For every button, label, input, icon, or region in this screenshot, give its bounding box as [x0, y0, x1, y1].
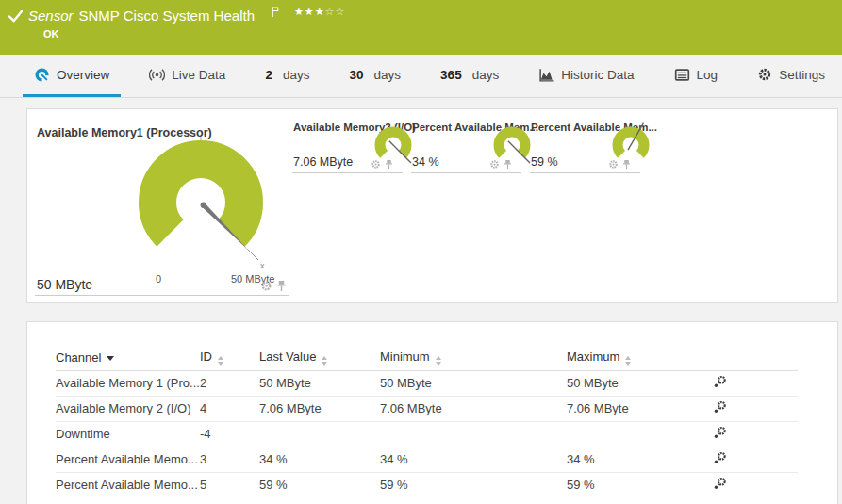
- gauge-chart: x: [35, 117, 289, 296]
- column-header-settings: [713, 345, 798, 370]
- tab-bar: Overview Live Data 2days 30days 365days …: [0, 55, 842, 98]
- tab-live-data[interactable]: Live Data: [138, 55, 237, 97]
- sort-icon: [436, 356, 441, 366]
- stars-filled: ★★★: [294, 6, 325, 17]
- cell-maximum: 59 %: [567, 472, 713, 497]
- table-row[interactable]: Percent Available Memo... 5 59 % 59 % 59…: [56, 472, 798, 497]
- gauge-tile-percent-memory-1[interactable]: Percent Available Mem... 34 %: [411, 119, 521, 173]
- channel-settings-icon[interactable]: [713, 477, 727, 491]
- cell-maximum: 34 %: [567, 447, 713, 472]
- sort-icon: [218, 356, 223, 366]
- sort-desc-icon: [107, 356, 114, 361]
- cell-minimum: 34 %: [380, 447, 567, 472]
- channel-table: Channel ID Last Value Minimum Maximum Av…: [56, 345, 798, 497]
- cell-channel[interactable]: Available Memory 1 (Pro...: [56, 370, 200, 396]
- gauge-tile-percent-memory-2[interactable]: Percent Available Mem... 59 %: [530, 119, 640, 173]
- tab-label: days: [283, 68, 310, 82]
- tab-label: days: [374, 68, 402, 82]
- cell-last-value: 34 %: [259, 447, 380, 472]
- cell-channel[interactable]: Percent Available Memo...: [56, 447, 200, 472]
- table-header-row: Channel ID Last Value Minimum Maximum: [56, 345, 798, 370]
- cell-id: 2: [200, 370, 259, 396]
- log-list-icon: [674, 67, 690, 83]
- tab-label: Log: [697, 68, 718, 82]
- table-row[interactable]: Available Memory 1 (Pro... 2 50 MByte 50…: [56, 370, 798, 396]
- flag-icon[interactable]: [271, 6, 280, 18]
- gauge-icon: [34, 67, 50, 83]
- column-header-minimum[interactable]: Minimum: [380, 345, 567, 370]
- sort-icon: [625, 356, 631, 366]
- table-row[interactable]: Percent Available Memo... 3 34 % 34 % 34…: [56, 447, 798, 472]
- gauge-tile-available-memory1[interactable]: x Available Memory1 (Processor) 0 50 MBy…: [35, 117, 289, 296]
- tab-label: Historic Data: [561, 68, 634, 82]
- cell-channel[interactable]: Percent Available Memo...: [56, 472, 200, 497]
- priority-stars[interactable]: ★★★☆☆: [294, 6, 345, 18]
- cell-maximum: 7.06 MByte: [567, 396, 713, 421]
- gear-icon: [757, 67, 772, 82]
- cell-id: 3: [200, 447, 259, 472]
- gauges-panel: x Available Memory1 (Processor) 0 50 MBy…: [26, 108, 838, 303]
- gear-icon[interactable]: [371, 159, 381, 170]
- cell-id: -4: [200, 421, 259, 447]
- gauge-chart: [609, 121, 652, 164]
- tab-log[interactable]: Log: [663, 55, 730, 97]
- gauge-title: Available Memory1 (Processor): [37, 126, 212, 139]
- pin-icon[interactable]: [385, 159, 393, 170]
- cell-channel[interactable]: Available Memory 2 (I/O): [56, 396, 200, 421]
- pin-icon[interactable]: [622, 159, 631, 170]
- channel-table-panel: Channel ID Last Value Minimum Maximum Av…: [26, 321, 838, 504]
- gauge-chart: [490, 121, 534, 164]
- gear-icon[interactable]: [608, 159, 619, 170]
- cell-id: 4: [200, 396, 259, 421]
- tab-2-days[interactable]: 2days: [254, 55, 321, 97]
- column-header-channel[interactable]: Channel: [56, 345, 200, 370]
- tab-overview[interactable]: Overview: [23, 55, 121, 97]
- gear-icon[interactable]: [260, 280, 272, 292]
- tab-label: days: [472, 68, 500, 82]
- sensor-header: SensorSNMP Cisco System Health ★★★☆☆ OK: [0, 0, 842, 55]
- gauge-value: 59 %: [531, 155, 558, 169]
- gauge-value: 50 MByte: [37, 277, 92, 292]
- tab-label: Live Data: [172, 68, 225, 82]
- channel-settings-icon[interactable]: [713, 426, 727, 440]
- area-chart-icon: [538, 67, 554, 83]
- tab-30-days[interactable]: 30days: [338, 55, 413, 97]
- table-row[interactable]: Available Memory 2 (I/O) 4 7.06 MByte 7.…: [56, 396, 798, 421]
- tab-number: 2: [265, 68, 272, 82]
- needle-marker: x: [260, 261, 265, 270]
- cell-minimum: [380, 421, 567, 447]
- sensor-kind-label: Sensor: [28, 8, 74, 24]
- cell-maximum: [567, 421, 713, 447]
- tab-settings[interactable]: Settings: [746, 55, 836, 97]
- page-title: SensorSNMP Cisco System Health: [28, 8, 255, 24]
- gauge-chart: [371, 121, 415, 164]
- cell-id: 5: [200, 472, 259, 497]
- tab-historic-data[interactable]: Historic Data: [527, 55, 645, 97]
- tab-number: 365: [440, 68, 462, 82]
- channel-settings-icon[interactable]: [713, 400, 727, 415]
- cell-minimum: 50 MByte: [380, 370, 567, 396]
- gauge-tile-available-memory2[interactable]: Available Memory2 (I/O) 7.06 MByte: [292, 119, 403, 173]
- sort-icon: [322, 356, 327, 366]
- column-header-id[interactable]: ID: [200, 345, 259, 370]
- channel-settings-icon[interactable]: [713, 451, 727, 465]
- live-data-icon: [149, 67, 165, 83]
- cell-channel[interactable]: Downtime: [56, 421, 200, 447]
- cell-minimum: 59 %: [380, 472, 567, 497]
- tab-label: Settings: [779, 68, 825, 82]
- channel-settings-icon[interactable]: [713, 375, 727, 389]
- pin-icon[interactable]: [504, 159, 512, 170]
- cell-maximum: 50 MByte: [567, 370, 713, 396]
- cell-last-value: 50 MByte: [259, 370, 380, 396]
- gauge-value: 34 %: [412, 155, 439, 169]
- column-header-maximum[interactable]: Maximum: [567, 345, 713, 370]
- tab-label: Overview: [57, 68, 109, 82]
- column-header-last-value[interactable]: Last Value: [259, 345, 380, 370]
- ok-check-icon: [8, 10, 23, 23]
- pin-icon[interactable]: [276, 280, 287, 292]
- tab-365-days[interactable]: 365days: [429, 55, 510, 97]
- sensor-name: SNMP Cisco System Health: [79, 8, 255, 24]
- gear-icon[interactable]: [489, 159, 500, 170]
- table-row[interactable]: Downtime -4: [56, 421, 798, 447]
- cell-last-value: 7.06 MByte: [259, 396, 380, 421]
